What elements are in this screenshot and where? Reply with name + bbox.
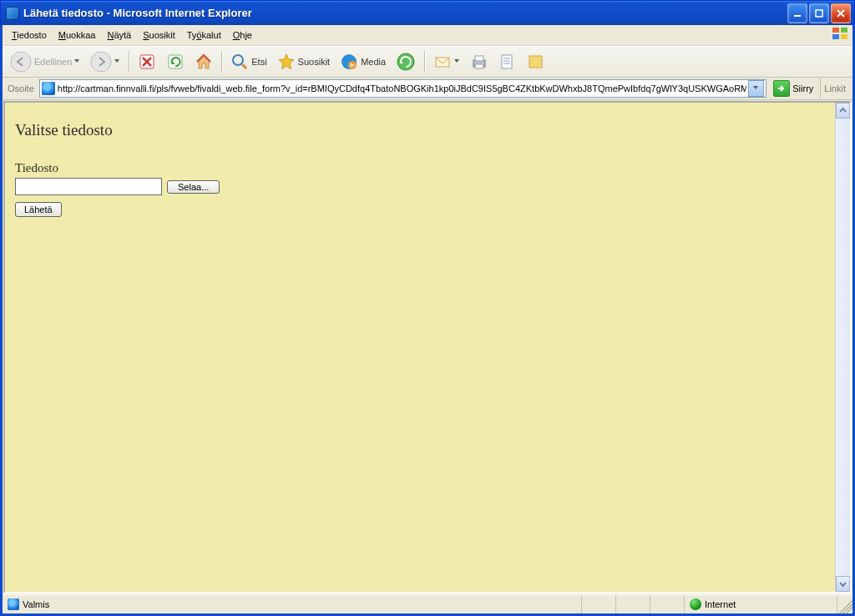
status-pane — [650, 595, 685, 613]
mail-button[interactable] — [429, 50, 464, 73]
go-label: Siirry — [792, 83, 813, 93]
web-page: Valitse tiedosto Tiedosto Selaa... Lähet… — [5, 103, 835, 592]
maximize-icon — [815, 9, 823, 18]
print-icon — [470, 53, 488, 71]
close-button[interactable] — [831, 3, 851, 23]
chevron-up-icon — [839, 107, 847, 114]
svg-point-8 — [11, 52, 31, 72]
media-label: Media — [361, 57, 386, 67]
stop-button[interactable] — [134, 50, 160, 73]
svg-rect-6 — [832, 34, 839, 39]
title-bar: Lähetä tiedosto - Microsoft Internet Exp… — [0, 0, 855, 25]
window-controls — [787, 3, 851, 23]
links-label[interactable]: Linkit — [820, 78, 849, 99]
home-button[interactable] — [190, 50, 217, 73]
browse-button[interactable]: Selaa... — [167, 180, 220, 194]
back-button[interactable]: Edellinen — [6, 48, 84, 75]
separator — [129, 51, 129, 73]
media-icon — [340, 53, 358, 71]
svg-rect-4 — [832, 28, 839, 33]
close-icon — [837, 9, 845, 18]
menu-suosikit[interactable]: Suosikit — [137, 28, 181, 42]
svg-point-9 — [91, 52, 111, 72]
go-button[interactable]: Siirry — [770, 79, 817, 98]
submit-button[interactable]: Lähetä — [15, 202, 62, 217]
forward-icon — [90, 51, 112, 73]
back-label: Edellinen — [34, 57, 72, 67]
windows-flag-icon — [831, 26, 851, 43]
address-dropdown[interactable] — [748, 80, 764, 97]
app-icon — [6, 7, 19, 20]
mail-icon — [433, 53, 452, 71]
note-icon — [527, 53, 545, 71]
content-area: Valitse tiedosto Tiedosto Selaa... Lähet… — [3, 101, 852, 593]
forward-button[interactable] — [86, 48, 124, 75]
search-button[interactable]: Etsi — [226, 50, 271, 73]
svg-rect-5 — [841, 28, 847, 33]
separator — [221, 51, 222, 73]
minimize-icon — [793, 9, 802, 18]
discuss-button[interactable] — [523, 50, 549, 73]
svg-rect-0 — [794, 15, 801, 17]
status-pane — [616, 595, 650, 613]
chevron-down-icon — [74, 59, 80, 65]
favorites-label: Suosikit — [298, 57, 331, 67]
address-field[interactable]: http://cartman.finnvalli.fi/pls/fvweb/fi… — [39, 79, 766, 98]
status-ready-text: Valmis — [23, 599, 49, 609]
menu-näytä[interactable]: Näytä — [101, 28, 137, 42]
globe-icon — [690, 598, 701, 610]
menu-bar: TiedostoMuokkaaNäytäSuosikitTyökalutOhje — [3, 25, 852, 46]
svg-rect-23 — [502, 55, 512, 68]
status-bar: Valmis Internet — [3, 594, 852, 613]
chevron-down-icon — [839, 580, 847, 588]
resize-grip[interactable] — [837, 595, 852, 613]
menu-ohje[interactable]: Ohje — [227, 28, 258, 42]
svg-rect-22 — [475, 64, 483, 68]
go-icon — [773, 80, 790, 97]
file-field-label: Tiedosto — [15, 161, 825, 175]
svg-rect-27 — [529, 56, 542, 68]
maximize-button[interactable] — [809, 3, 829, 23]
favorites-button[interactable]: Suosikit — [273, 50, 335, 73]
menu-tiedosto[interactable]: Tiedosto — [6, 28, 53, 42]
svg-line-15 — [242, 64, 246, 68]
scroll-up-button[interactable] — [836, 103, 850, 119]
svg-rect-21 — [475, 56, 483, 61]
print-button[interactable] — [466, 50, 493, 73]
history-button[interactable] — [392, 49, 420, 74]
toolbar: Edellinen — [3, 46, 852, 78]
minimize-button[interactable] — [787, 3, 807, 23]
svg-rect-1 — [816, 10, 822, 17]
status-zone-pane: Internet — [685, 595, 837, 613]
edit-icon — [498, 53, 517, 71]
address-label: Osoite — [6, 83, 36, 93]
history-icon — [396, 52, 416, 72]
scroll-down-button[interactable] — [836, 576, 850, 592]
search-icon — [230, 53, 249, 71]
chevron-down-icon — [753, 86, 759, 92]
edit-button[interactable] — [494, 50, 521, 73]
star-icon — [277, 53, 296, 71]
menu-työkalut[interactable]: Työkalut — [181, 28, 227, 42]
chevron-down-icon — [114, 59, 120, 65]
file-input[interactable] — [15, 178, 162, 195]
refresh-button[interactable] — [162, 50, 189, 73]
vertical-scrollbar[interactable] — [835, 103, 850, 592]
home-icon — [195, 53, 213, 71]
page-heading: Valitse tiedosto — [15, 121, 825, 139]
ie-favicon — [42, 82, 55, 95]
address-bar: Osoite http://cartman.finnvalli.fi/pls/f… — [3, 78, 852, 100]
menu-muokkaa[interactable]: Muokkaa — [53, 28, 102, 42]
search-label: Etsi — [251, 57, 266, 67]
separator — [424, 51, 425, 73]
refresh-icon — [166, 53, 185, 71]
chevron-down-icon — [454, 59, 460, 65]
back-icon — [10, 51, 32, 73]
svg-point-14 — [233, 55, 243, 65]
address-url: http://cartman.finnvalli.fi/pls/fvweb/fi… — [58, 83, 746, 93]
window-title: Lähetä tiedosto - Microsoft Internet Exp… — [23, 7, 787, 19]
svg-rect-7 — [841, 34, 847, 39]
status-pane — [582, 595, 616, 613]
stop-icon — [138, 53, 156, 71]
media-button[interactable]: Media — [336, 50, 390, 73]
